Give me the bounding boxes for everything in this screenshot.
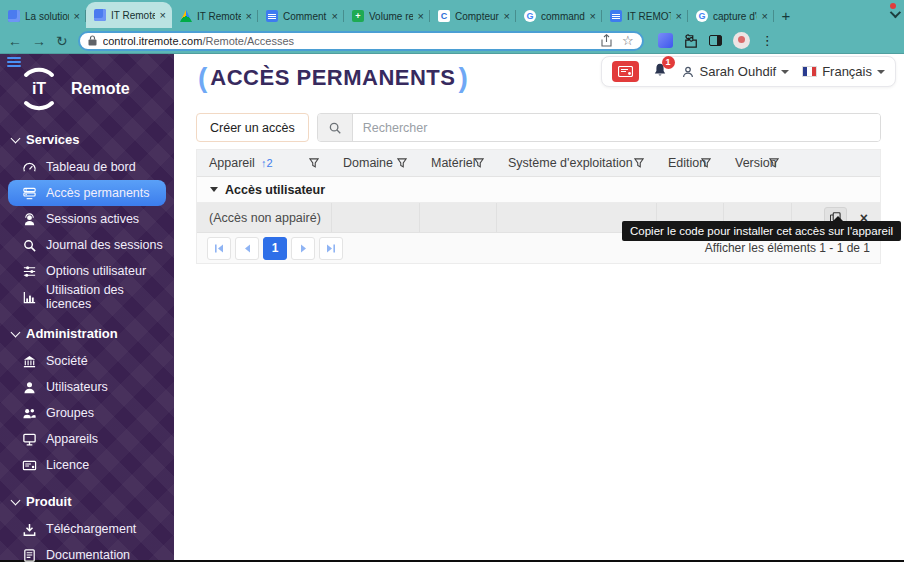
tab-close-icon[interactable]: × — [332, 10, 338, 22]
tab-close-icon[interactable]: × — [762, 10, 768, 22]
tab-label: Compteur de s — [455, 11, 499, 22]
tab-it-remote-active[interactable]: IT Remote × — [86, 2, 172, 28]
profile-avatar[interactable] — [733, 32, 750, 49]
gauge-icon — [22, 160, 37, 175]
header-user-pill: 1 Sarah Ouhdif Français — [601, 56, 896, 87]
column-domaine[interactable]: Domaine — [331, 150, 419, 176]
bookmark-star-icon[interactable]: ☆ — [622, 34, 634, 47]
filter-icon[interactable] — [769, 158, 779, 168]
tab-label: IT Remote x Yo — [197, 11, 241, 22]
sidebar-item-acces-permanents[interactable]: Accès permanents — [8, 180, 166, 206]
pager-info: Afficher les éléments 1 - 1 de 1 — [705, 241, 870, 255]
sidebar-item-sessions-actives[interactable]: Sessions actives — [8, 206, 166, 232]
column-edition[interactable]: Edition — [656, 150, 723, 176]
sidebar-item-groupes[interactable]: Groupes — [8, 400, 166, 426]
lock-icon — [88, 35, 97, 46]
tab-close-icon[interactable]: × — [74, 10, 80, 22]
address-bar[interactable]: control.itremote.com/Remote/Accesses ☆ — [78, 31, 644, 51]
license-alert-button[interactable] — [612, 61, 639, 82]
reload-button[interactable]: ↻ — [56, 34, 68, 48]
tab-capture[interactable]: capture d'écra × — [688, 4, 774, 28]
app-logo: iT Remote — [0, 54, 174, 116]
previous-page-button[interactable] — [235, 237, 259, 260]
sidebar-item-appareils[interactable]: Appareils — [8, 426, 166, 452]
new-tab-button[interactable]: + — [774, 4, 798, 28]
section-administration[interactable]: Administration — [0, 310, 174, 348]
bank-icon — [22, 354, 37, 369]
filter-icon[interactable] — [634, 158, 644, 168]
tab-la-solution[interactable]: La solution - IT × — [0, 4, 86, 28]
monitor-icon — [22, 432, 37, 447]
first-page-button[interactable] — [207, 237, 231, 260]
side-panel-icon[interactable] — [709, 35, 722, 46]
tab-close-icon[interactable]: × — [246, 10, 252, 22]
section-produit[interactable]: Produit — [0, 478, 174, 516]
notifications-button[interactable]: 1 — [652, 62, 668, 82]
sidebar-item-options-utilisateur[interactable]: Options utilisateur — [8, 258, 166, 284]
tab-compteur[interactable]: Compteur de s × — [430, 4, 516, 28]
tab-close-icon[interactable]: × — [504, 10, 510, 22]
user-icon — [681, 65, 695, 79]
sliders-icon — [22, 264, 37, 279]
tab-close-icon[interactable]: × — [160, 9, 166, 21]
column-materiel[interactable]: Matériel — [419, 150, 496, 176]
search-input[interactable] — [353, 114, 880, 141]
tab-label: commande sh — [541, 11, 585, 22]
last-page-button[interactable] — [319, 237, 343, 260]
group-row-acces-utilisateur[interactable]: Accès utilisateur — [197, 177, 880, 203]
forward-button[interactable]: → — [32, 34, 46, 48]
tab-search-chevron-icon[interactable] — [890, 7, 901, 18]
user-icon — [22, 380, 37, 395]
chevron-down-icon — [781, 70, 789, 74]
tab-it-remote-drive[interactable]: IT Remote x Yo × — [172, 4, 258, 28]
browser-menu-icon[interactable]: ⋮ — [761, 33, 774, 48]
tab-volume[interactable]: Volume recherc × — [344, 4, 430, 28]
sidebar-item-utilisation-des-licences[interactable]: Utilisation des licences — [8, 284, 166, 310]
logo-text: Remote — [71, 80, 130, 98]
browser-window: La solution - IT × IT Remote × IT Remote… — [0, 0, 904, 562]
sidebar-item-societe[interactable]: Société — [8, 348, 166, 374]
sidebar-item-licence[interactable]: Licence — [8, 452, 166, 478]
filter-icon[interactable] — [309, 158, 319, 168]
share-icon[interactable] — [601, 34, 612, 47]
extensions-puzzle-icon[interactable] — [684, 34, 698, 48]
filter-icon[interactable] — [701, 158, 711, 168]
section-services[interactable]: Services — [0, 116, 174, 154]
back-button[interactable]: ← — [8, 34, 22, 48]
sheets-favicon-icon — [352, 10, 364, 22]
tab-comment[interactable]: Comment accé × — [258, 4, 344, 28]
language-menu[interactable]: Français — [802, 64, 885, 79]
tab-it-remote-te[interactable]: IT REMOTE TE × — [602, 4, 688, 28]
collapse-icon[interactable] — [210, 187, 218, 192]
column-version[interactable]: Version — [723, 150, 791, 176]
column-appareil[interactable]: Appareil ↑2 — [197, 150, 331, 176]
title-text: ACCÈS PERMANENTS — [207, 65, 458, 91]
tab-close-icon[interactable]: × — [418, 10, 424, 22]
tab-close-icon[interactable]: × — [676, 10, 682, 22]
sidebar: iT Remote Services Tableau de bord Accès… — [0, 54, 174, 560]
tab-label: Comment accé — [283, 11, 327, 22]
filter-icon[interactable] — [397, 158, 407, 168]
itremote-favicon-icon — [94, 9, 106, 21]
user-menu[interactable]: Sarah Ouhdif — [681, 64, 790, 79]
cell-appareil: (Accès non appairé) — [197, 203, 331, 232]
docs-favicon-icon — [610, 10, 622, 22]
tab-commande[interactable]: commande sh × — [516, 4, 602, 28]
sidebar-item-documentation[interactable]: Documentation — [8, 542, 166, 562]
sidebar-item-telechargement[interactable]: Téléchargement — [8, 516, 166, 542]
compteur-favicon-icon — [438, 10, 450, 22]
tab-close-icon[interactable]: × — [590, 10, 596, 22]
sidebar-item-utilisateurs[interactable]: Utilisateurs — [8, 374, 166, 400]
next-page-button[interactable] — [291, 237, 315, 260]
docs-favicon-icon — [266, 10, 278, 22]
create-access-button[interactable]: Créer un accès — [196, 113, 309, 142]
license-card-icon — [22, 458, 37, 473]
column-systeme[interactable]: Système d'exploitation — [496, 150, 656, 176]
filter-icon[interactable] — [474, 158, 484, 168]
itremote-favicon-icon — [8, 10, 20, 22]
extension-icon[interactable] — [658, 33, 673, 48]
browser-tab-bar: La solution - IT × IT Remote × IT Remote… — [0, 0, 904, 28]
sidebar-item-journal-des-sessions[interactable]: Journal des sessions — [8, 232, 166, 258]
sidebar-item-tableau-de-bord[interactable]: Tableau de bord — [8, 154, 166, 180]
page-1-button[interactable]: 1 — [263, 237, 287, 260]
